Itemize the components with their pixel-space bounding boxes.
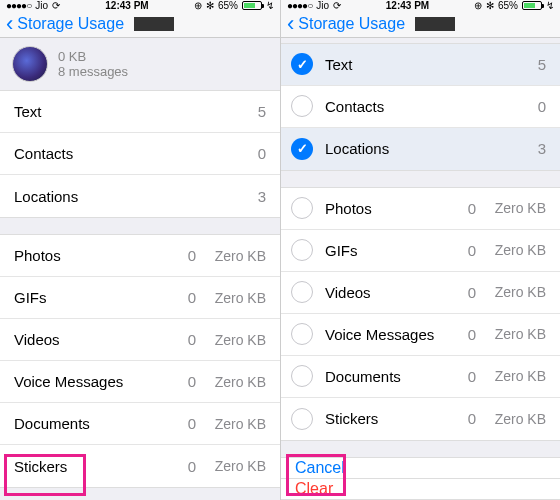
row-count: 0 — [446, 410, 476, 427]
row-label: Voice Messages — [14, 373, 166, 390]
table-row[interactable]: GIFs0Zero KB — [281, 230, 560, 272]
table-row: Documents0Zero KB — [0, 403, 280, 445]
row-count: 0 — [166, 289, 196, 306]
row-count: 0 — [446, 368, 476, 385]
back-button[interactable]: Storage Usage — [17, 15, 124, 33]
table-row[interactable]: Contacts0 — [281, 86, 560, 128]
cancel-button[interactable]: Cancel — [281, 457, 560, 479]
row-label: Documents — [14, 415, 166, 432]
row-size: Zero KB — [476, 242, 546, 258]
back-chevron-icon[interactable]: ‹ — [287, 11, 294, 37]
row-count: 0 — [446, 326, 476, 343]
circle-icon[interactable] — [291, 323, 313, 345]
circle-icon[interactable] — [291, 95, 313, 117]
chat-header: 0 KB 8 messages — [0, 38, 280, 90]
row-label: Videos — [325, 284, 446, 301]
row-size: Zero KB — [476, 284, 546, 300]
table-row: GIFs0Zero KB — [0, 277, 280, 319]
row-label: Documents — [325, 368, 446, 385]
row-count: 0 — [166, 415, 196, 432]
row-label: Photos — [325, 200, 446, 217]
list-select-counts: Text5Contacts0Locations3 — [281, 43, 560, 171]
nav-bar: ‹ Storage Usage — [281, 11, 560, 38]
circle-icon[interactable] — [291, 197, 313, 219]
back-button[interactable]: Storage Usage — [298, 15, 405, 33]
row-label: Text — [14, 103, 236, 120]
row-count: 0 — [446, 200, 476, 217]
avatar — [12, 46, 48, 82]
row-size: Zero KB — [196, 332, 266, 348]
list-counts: Text5Contacts0Locations3 — [0, 90, 280, 218]
row-count: 5 — [236, 103, 266, 120]
title-redacted — [134, 17, 174, 31]
row-size: Zero KB — [196, 416, 266, 432]
table-row[interactable]: Text5 — [281, 44, 560, 86]
row-size: Zero KB — [196, 374, 266, 390]
row-label: Videos — [14, 331, 166, 348]
list-media: Photos0Zero KBGIFs0Zero KBVideos0Zero KB… — [0, 234, 280, 488]
row-label: Text — [325, 56, 516, 73]
row-label: Contacts — [325, 98, 516, 115]
checkmark-icon[interactable] — [291, 138, 313, 160]
battery-pct: 65% — [218, 0, 238, 11]
row-count: 0 — [166, 373, 196, 390]
table-row: Photos0Zero KB — [0, 235, 280, 277]
row-label: Voice Messages — [325, 326, 446, 343]
row-size: Zero KB — [476, 368, 546, 384]
row-count: 5 — [516, 56, 546, 73]
table-row: Stickers0Zero KB — [0, 445, 280, 487]
row-label: Contacts — [14, 145, 236, 162]
row-size: Zero KB — [196, 290, 266, 306]
row-count: 0 — [166, 331, 196, 348]
status-bar: ●●●●○Jio⟳ 12:43 PM ⊕✻65%↯ — [0, 0, 280, 11]
list-select-media: Photos0Zero KBGIFs0Zero KBVideos0Zero KB… — [281, 187, 560, 441]
row-label: Photos — [14, 247, 166, 264]
table-row[interactable]: Stickers0Zero KB — [281, 398, 560, 440]
row-label: GIFs — [14, 289, 166, 306]
table-row[interactable]: Voice Messages0Zero KB — [281, 314, 560, 356]
status-bar: ●●●●○Jio⟳ 12:43 PM ⊕✻65%↯ — [281, 0, 560, 11]
chat-messages: 8 messages — [58, 64, 128, 79]
row-label: Locations — [325, 140, 516, 157]
circle-icon[interactable] — [291, 239, 313, 261]
clock: 12:43 PM — [105, 0, 148, 11]
row-label: Stickers — [325, 410, 446, 427]
row-size: Zero KB — [476, 411, 546, 427]
nav-bar: ‹ Storage Usage — [0, 11, 280, 38]
row-label: Stickers — [14, 458, 166, 475]
checkmark-icon[interactable] — [291, 53, 313, 75]
row-label: Locations — [14, 188, 236, 205]
table-row: Voice Messages0Zero KB — [0, 361, 280, 403]
table-row: Text5 — [0, 91, 280, 133]
table-row: Locations3 — [0, 175, 280, 217]
table-row: Contacts0 — [0, 133, 280, 175]
clear-button[interactable]: Clear — [281, 479, 560, 500]
row-size: Zero KB — [196, 458, 266, 474]
title-redacted — [415, 17, 455, 31]
row-count: 0 — [236, 145, 266, 162]
row-size: Zero KB — [476, 326, 546, 342]
circle-icon[interactable] — [291, 365, 313, 387]
carrier: Jio — [35, 0, 48, 11]
row-count: 3 — [516, 140, 546, 157]
back-chevron-icon[interactable]: ‹ — [6, 11, 13, 37]
table-row[interactable]: Documents0Zero KB — [281, 356, 560, 398]
row-count: 0 — [446, 242, 476, 259]
row-count: 0 — [166, 247, 196, 264]
chat-size: 0 KB — [58, 49, 128, 64]
table-row[interactable]: Photos0Zero KB — [281, 188, 560, 230]
table-row: Videos0Zero KB — [0, 319, 280, 361]
row-size: Zero KB — [476, 200, 546, 216]
row-count: 0 — [516, 98, 546, 115]
row-count: 0 — [446, 284, 476, 301]
row-count: 0 — [166, 458, 196, 475]
circle-icon[interactable] — [291, 281, 313, 303]
table-row[interactable]: Locations3 — [281, 128, 560, 170]
screen-left: ●●●●○Jio⟳ 12:43 PM ⊕✻65%↯ ‹ Storage Usag… — [0, 0, 280, 500]
table-row[interactable]: Videos0Zero KB — [281, 272, 560, 314]
row-count: 3 — [236, 188, 266, 205]
screen-right: ●●●●○Jio⟳ 12:43 PM ⊕✻65%↯ ‹ Storage Usag… — [280, 0, 560, 500]
row-label: GIFs — [325, 242, 446, 259]
circle-icon[interactable] — [291, 408, 313, 430]
row-size: Zero KB — [196, 248, 266, 264]
